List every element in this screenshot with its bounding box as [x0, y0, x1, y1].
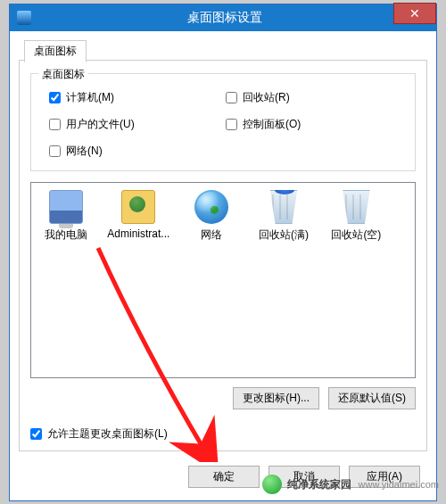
window-title: 桌面图标设置 [13, 10, 436, 26]
button-label: 还原默认值(S) [338, 392, 406, 404]
list-item-recycle-empty[interactable]: 回收站(空) [321, 190, 391, 243]
content-area: 桌面图标 桌面图标 计算机(M) 回收站(R) 用户的文件(U) [19, 40, 427, 451]
checkbox-label: 允许主题更改桌面图标(L) [47, 426, 168, 442]
watermark-text: 纯净系统家园 [287, 477, 351, 492]
list-item-admin[interactable]: Administrat... [103, 190, 173, 240]
checkbox-label: 回收站(R) [243, 90, 290, 105]
button-label: 更改图标(H)... [243, 392, 310, 404]
watermark-url: www.yidaimei.com [359, 479, 439, 490]
recycle-full-icon [267, 190, 301, 224]
checkbox-userfiles[interactable] [49, 119, 61, 130]
recycle-empty-icon [339, 190, 373, 224]
checkbox-row-computer[interactable]: 计算机(M) [49, 90, 114, 105]
checkbox-label: 网络(N) [66, 144, 103, 159]
checkbox-label: 用户的文件(U) [66, 117, 135, 132]
checkbox-recycle[interactable] [226, 92, 237, 103]
icon-label: 我的电脑 [31, 227, 101, 243]
groupbox-desktop-icons: 桌面图标 计算机(M) 回收站(R) 用户的文件(U) 控制面板(O) [30, 73, 416, 171]
list-item-computer[interactable]: 我的电脑 [31, 190, 101, 243]
change-icon-button[interactable]: 更改图标(H)... [233, 387, 319, 409]
checkbox-row-recycle[interactable]: 回收站(R) [226, 90, 290, 105]
user-folder-icon [121, 190, 155, 224]
close-button[interactable]: ✕ [393, 3, 436, 24]
watermark: 纯净系统家园 www.yidaimei.com [260, 474, 441, 495]
tab-desktop-icons[interactable]: 桌面图标 [24, 40, 87, 62]
computer-icon [49, 190, 83, 224]
close-icon: ✕ [409, 6, 420, 21]
restore-defaults-button[interactable]: 还原默认值(S) [328, 387, 416, 409]
tab-panel: 桌面图标 计算机(M) 回收站(R) 用户的文件(U) 控制面板(O) [19, 60, 427, 451]
checkbox-allow-theme[interactable] [30, 428, 42, 440]
checkbox-label: 控制面板(O) [243, 117, 301, 132]
icon-button-row: 更改图标(H)... 还原默认值(S) [233, 387, 416, 409]
checkbox-row-userfiles[interactable]: 用户的文件(U) [49, 117, 135, 132]
ok-button[interactable]: 确定 [188, 466, 260, 488]
button-label: 确定 [213, 470, 235, 483]
groupbox-legend: 桌面图标 [38, 67, 88, 82]
checkbox-row-allow-theme[interactable]: 允许主题更改桌面图标(L) [30, 426, 168, 442]
icon-list[interactable]: 我的电脑 Administrat... 网络 回收站(满) 回收站(空) [30, 182, 416, 378]
checkbox-row-control[interactable]: 控制面板(O) [226, 117, 301, 132]
network-icon [194, 190, 228, 224]
checkbox-control[interactable] [226, 119, 237, 130]
tab-label: 桌面图标 [34, 45, 77, 57]
watermark-logo-icon [262, 475, 282, 494]
dialog-window: 桌面图标设置 ✕ 桌面图标 桌面图标 计算机(M) 回收站(R) [9, 4, 437, 501]
titlebar: 桌面图标设置 ✕ [10, 4, 436, 31]
icon-label: 回收站(空) [321, 227, 391, 243]
icon-label: 网络 [177, 227, 246, 243]
list-item-recycle-full[interactable]: 回收站(满) [249, 190, 318, 243]
checkbox-network[interactable] [49, 145, 61, 157]
checkbox-row-network[interactable]: 网络(N) [49, 144, 103, 159]
checkbox-computer[interactable] [49, 92, 61, 103]
icon-label: Administrat... [103, 227, 173, 240]
list-item-network[interactable]: 网络 [177, 190, 246, 243]
icon-label: 回收站(满) [249, 227, 318, 243]
checkbox-label: 计算机(M) [66, 90, 114, 105]
